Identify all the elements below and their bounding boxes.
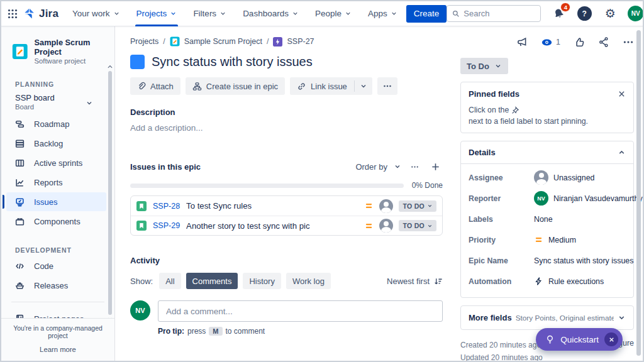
project-header[interactable]: Sample Scrum Project Software project bbox=[1, 38, 114, 65]
user-avatar[interactable]: NV bbox=[628, 6, 643, 21]
chevron-down-icon bbox=[86, 98, 93, 109]
help-button[interactable]: ? bbox=[576, 6, 592, 22]
epic-more-actions-button[interactable] bbox=[407, 159, 422, 174]
chevron-down-icon bbox=[113, 10, 120, 17]
scrollbar-thumb[interactable] bbox=[636, 30, 641, 356]
comment-composer: NV bbox=[130, 300, 443, 322]
breadcrumb-projects[interactable]: Projects bbox=[130, 37, 158, 46]
child-status-dropdown[interactable]: TO DO bbox=[399, 220, 436, 231]
epic-icon bbox=[273, 37, 282, 47]
scrollbar-thumb[interactable] bbox=[108, 71, 112, 315]
child-issue-key[interactable]: SSP-28 bbox=[153, 202, 180, 211]
eye-icon bbox=[541, 36, 553, 48]
close-icon bbox=[609, 337, 614, 343]
child-issue-summary[interactable]: Another story to test sync with pic bbox=[186, 221, 358, 231]
vote-button[interactable] bbox=[574, 36, 585, 48]
create-button[interactable]: Create bbox=[406, 5, 447, 23]
description-placeholder[interactable]: Add a description... bbox=[130, 123, 443, 133]
add-issue-button[interactable] bbox=[428, 159, 443, 174]
user-avatar: NV bbox=[130, 300, 150, 321]
priority-medium-icon bbox=[534, 235, 543, 244]
quickstart-button[interactable]: Quickstart bbox=[536, 328, 623, 351]
sidebar-item-releases[interactable]: Releases bbox=[6, 276, 106, 295]
child-issue-key[interactable]: SSP-29 bbox=[153, 221, 180, 230]
more-actions-button[interactable] bbox=[377, 77, 397, 95]
details-header[interactable]: Details bbox=[461, 141, 633, 164]
sidebar-item-active-sprints[interactable]: Active sprints bbox=[6, 153, 106, 172]
child-issues-card: SSP-28 To test Sync rules TO DO bbox=[130, 195, 443, 236]
panel-more-actions-button[interactable] bbox=[623, 36, 634, 48]
help-icon: ? bbox=[577, 6, 592, 21]
order-by-dropdown[interactable]: Order by bbox=[355, 162, 401, 172]
child-issue-row[interactable]: SSP-28 To test Sync rules TO DO bbox=[131, 196, 442, 216]
link-options-chevron-button[interactable] bbox=[355, 77, 372, 95]
filter-all[interactable]: All bbox=[159, 273, 180, 289]
notification-count-badge: 4 bbox=[560, 3, 570, 12]
detail-row-epic-name: Epic Name Sync status with story issues bbox=[469, 250, 626, 271]
managed-project-note: You're in a company-managed project bbox=[5, 324, 111, 339]
sidebar-scrollbar[interactable] bbox=[107, 64, 113, 322]
sidebar-item-components[interactable]: Components bbox=[6, 212, 106, 231]
project-avatar-icon bbox=[170, 36, 180, 47]
chevron-down-icon bbox=[391, 10, 397, 17]
comment-input[interactable] bbox=[158, 300, 443, 322]
sidebar-footer: You're in a company-managed project Lear… bbox=[1, 318, 114, 361]
app-switcher-icon[interactable] bbox=[8, 5, 18, 23]
breadcrumb-issue-key[interactable]: SSP-27 bbox=[287, 37, 314, 46]
settings-button[interactable]: ⚙ bbox=[602, 6, 618, 22]
sidebar-item-reports[interactable]: Reports bbox=[6, 173, 106, 192]
sidebar-item-backlog[interactable]: Backlog bbox=[6, 134, 106, 153]
search-input[interactable] bbox=[464, 9, 535, 18]
detail-row-assignee: Assignee Unassigned bbox=[469, 167, 626, 188]
status-dropdown[interactable]: To Do bbox=[460, 58, 508, 74]
learn-more-link[interactable]: Learn more bbox=[5, 346, 111, 353]
filter-comments[interactable]: Comments bbox=[186, 273, 238, 289]
details-title: Details bbox=[469, 148, 496, 157]
assignee-avatar-icon[interactable] bbox=[379, 199, 393, 213]
issue-title-row: Sync status with story issues bbox=[130, 55, 443, 69]
close-icon[interactable] bbox=[618, 90, 626, 98]
nav-dashboards[interactable]: Dashboards bbox=[243, 1, 299, 26]
share-button[interactable] bbox=[598, 36, 609, 48]
sidebar-item-code[interactable]: Code bbox=[6, 256, 106, 275]
page-scrollbar[interactable] bbox=[636, 30, 641, 356]
lightning-icon bbox=[534, 277, 543, 286]
sidebar-item-issues[interactable]: Issues bbox=[6, 192, 106, 211]
quickstart-close-button[interactable] bbox=[604, 332, 618, 346]
child-issue-row[interactable]: SSP-29 Another story to test sync with p… bbox=[131, 216, 442, 235]
link-issue-button[interactable]: Link issue bbox=[290, 77, 354, 95]
filter-history[interactable]: History bbox=[243, 273, 280, 289]
chevron-down-icon bbox=[170, 10, 177, 17]
pinned-fields-title: Pinned fields bbox=[469, 89, 519, 99]
detail-row-priority: Priority Medium bbox=[469, 229, 626, 250]
filter-work-log[interactable]: Work log bbox=[286, 273, 331, 289]
nav-your-work[interactable]: Your work bbox=[72, 1, 120, 26]
notifications-button[interactable]: 4 bbox=[550, 6, 567, 22]
attach-button[interactable]: Attach bbox=[130, 77, 180, 95]
show-label: Show: bbox=[130, 277, 153, 286]
create-issue-in-epic-button[interactable]: Create issue in epic bbox=[186, 77, 285, 95]
feedback-button[interactable] bbox=[516, 36, 528, 48]
global-search[interactable] bbox=[447, 5, 541, 22]
reports-icon bbox=[14, 177, 25, 188]
gear-icon: ⚙ bbox=[605, 8, 616, 19]
sort-order-button[interactable]: Newest first bbox=[387, 277, 443, 286]
chevron-up-icon bbox=[618, 148, 626, 156]
sprints-board-icon bbox=[14, 158, 25, 168]
nav-filters[interactable]: Filters bbox=[193, 1, 226, 26]
watch-button[interactable]: 1 bbox=[541, 36, 560, 48]
issue-main: Projects / Sample Scrum Project / SSP-27… bbox=[115, 26, 443, 361]
assignee-avatar-icon[interactable] bbox=[379, 219, 393, 233]
more-fields-card[interactable]: More fields Story Points, Original estim… bbox=[460, 305, 634, 330]
breadcrumb-project[interactable]: Sample Scrum Project bbox=[184, 37, 262, 46]
nav-apps[interactable]: Apps bbox=[368, 1, 397, 26]
nav-people[interactable]: People bbox=[315, 1, 352, 26]
jira-logo[interactable]: Jira bbox=[23, 7, 58, 20]
child-issue-summary[interactable]: To test Sync rules bbox=[186, 201, 358, 211]
child-status-dropdown[interactable]: TO DO bbox=[399, 200, 436, 212]
nav-projects[interactable]: Projects bbox=[136, 1, 177, 26]
created-timestamp: Created 20 minutes ago bbox=[460, 339, 543, 351]
search-icon bbox=[452, 9, 460, 18]
board-switcher[interactable]: SSP board Board bbox=[15, 93, 98, 111]
sidebar-item-roadmap[interactable]: Roadmap bbox=[6, 114, 106, 133]
